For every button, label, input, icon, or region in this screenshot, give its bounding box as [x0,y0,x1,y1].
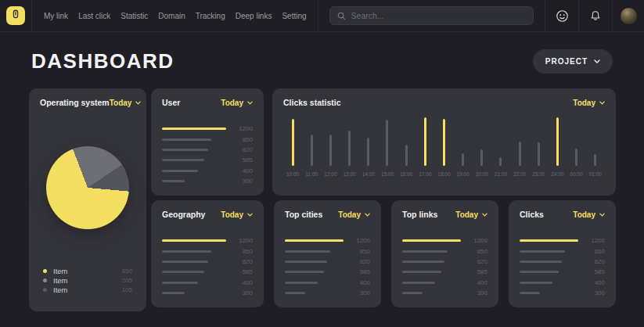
project-dropdown[interactable]: PROJECT [533,49,613,74]
bar [462,153,464,166]
period-dropdown[interactable]: Today [455,210,487,219]
nav-item-deep-links[interactable]: Deep links [236,12,272,20]
bar [162,180,185,182]
bar-value: 1200 [351,237,370,244]
nav-item-domain[interactable]: Domain [158,12,185,20]
period-dropdown[interactable]: Today [338,210,370,219]
nav-item-statistic[interactable]: Statistic [121,12,148,20]
bar [480,149,483,166]
period-dropdown[interactable]: Today [110,99,142,107]
bar-row: 1200 [285,235,370,246]
bar [402,282,435,284]
bar-row: 1200 [520,235,605,246]
card-clicks-statistic: Clicks statistic Today 10:00 11:00 12:00… [272,88,616,196]
link-icon [10,9,21,23]
bar-row: 1200 [402,235,487,246]
nav-divider [31,0,32,31]
nav-item-tracking[interactable]: Tracking [196,12,225,20]
bar [162,159,204,161]
card-title: Operating system [40,98,110,107]
bar [520,292,540,294]
bar [520,250,565,253]
bar-row: 300 [402,288,487,298]
bar-value: 400 [586,279,605,286]
support-icon [556,9,569,23]
time-label: 01:00 [589,171,602,177]
period-label: Today [338,210,361,219]
bar-value: 300 [586,289,605,296]
bar-value: 850 [234,136,253,143]
card-title: Top links [402,210,437,219]
bar-value: 400 [234,279,253,286]
chevron-down-icon [599,101,605,105]
period-dropdown[interactable]: Today [573,99,605,107]
bar [162,271,204,273]
bar [285,250,330,253]
bar [520,261,562,263]
time-label: 21:00 [495,171,507,177]
time-label: 10:00 [286,171,299,177]
avatar-wrap [613,8,644,24]
legend-dot [43,278,47,282]
bar [162,138,211,141]
period-label: Today [573,99,595,107]
bar-value: 400 [234,167,253,174]
bar [292,119,294,166]
bar-row: 620 [285,257,370,267]
bar-row: 585 [285,267,370,277]
time-label: 14:00 [362,171,375,177]
chevron-down-icon [594,59,600,63]
time-label: 18:00 [437,171,450,177]
nav-item-my-link[interactable]: My link [44,12,68,20]
bar-row: 585 [162,267,253,277]
notifications-button[interactable] [579,0,612,31]
app-logo[interactable] [6,6,25,25]
legend-label: Item [53,286,116,294]
clicks-bar-chart: 10:00 11:00 12:00 13:00 14:00 15:00 16:0… [283,117,605,177]
search-box[interactable] [329,6,534,25]
chevron-down-icon [482,213,487,217]
card-clicks: Clicks Today 1200 850 620 585 4 [509,200,616,307]
time-label: 16:00 [400,171,412,177]
chart-column: 17:00 [416,117,434,177]
bar-row: 620 [520,257,605,267]
search-input[interactable] [351,11,526,20]
bar-value: 1200 [234,237,253,244]
chart-column: 13:00 [340,117,359,177]
bar-row: 1200 [162,235,253,246]
bar [162,170,198,172]
nav-item-setting[interactable]: Setting [282,12,306,20]
support-button[interactable] [545,0,578,31]
time-label: 24:00 [551,171,563,177]
project-dropdown-label: PROJECT [545,57,588,66]
bar-value: 585 [234,156,253,164]
period-dropdown[interactable]: Today [573,210,605,219]
time-label: 17:00 [419,171,431,177]
period-label: Today [110,99,132,107]
user-avatar[interactable] [621,8,637,24]
bar [162,149,208,151]
bar-value: 850 [586,248,605,255]
bar [402,261,444,263]
bar [285,292,305,294]
chart-column: 10:00 [283,117,302,177]
period-dropdown[interactable]: Today [221,210,253,219]
chevron-down-icon [247,213,253,217]
bar [348,131,351,166]
bar-value: 400 [469,279,487,286]
time-label: 23:00 [532,171,545,177]
bar-value: 620 [351,258,370,265]
pie-chart [46,146,129,229]
bar [424,117,426,166]
bar [285,261,327,263]
period-dropdown[interactable]: Today [221,99,253,107]
card-top-cities: Top cities Today 1200 850 620 585 [274,200,381,307]
bar-row: 850 [520,246,605,256]
bar [520,282,552,284]
card-title: Top cities [285,210,322,219]
bar-row: 400 [285,278,370,288]
nav-item-last-click[interactable]: Last click [78,12,110,20]
bar [162,261,208,263]
bar [499,157,502,166]
bar [402,239,461,242]
